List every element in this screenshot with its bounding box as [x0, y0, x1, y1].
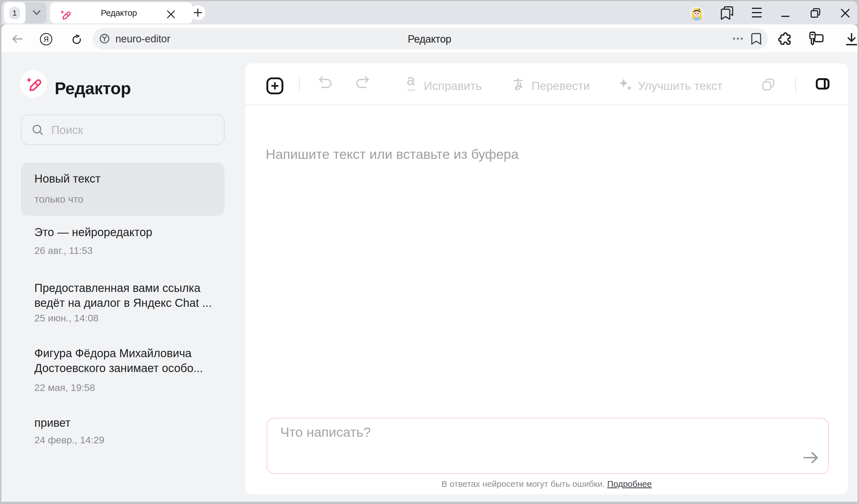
svg-text:1: 1 — [12, 9, 17, 17]
svg-text:Я: Я — [44, 35, 49, 43]
